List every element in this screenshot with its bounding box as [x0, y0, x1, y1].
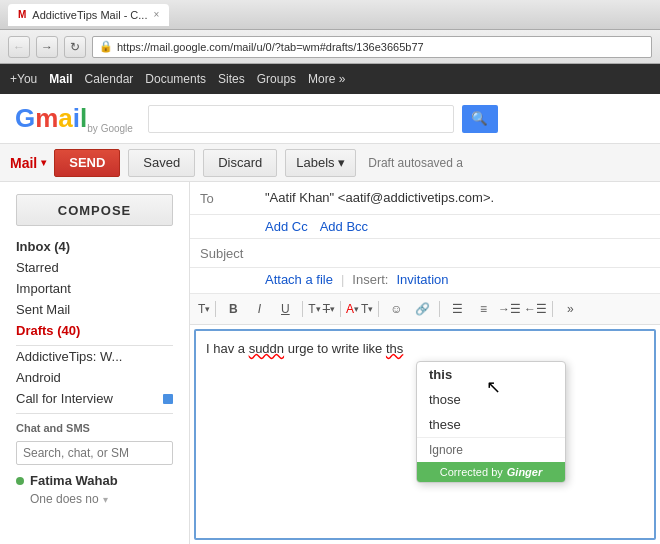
topbar-groups[interactable]: Groups: [257, 72, 296, 86]
chat-user-fatima[interactable]: Fatima Wahab: [0, 469, 189, 492]
to-value[interactable]: "Aatif Khan" <aatif@addictivetips.com>.: [265, 190, 650, 205]
search-button[interactable]: 🔍: [462, 105, 498, 133]
sidebar-sent-label: Sent Mail: [16, 302, 70, 317]
subject-input[interactable]: [265, 246, 650, 261]
email-body[interactable]: I hav a suddn urge to write like ths thi…: [194, 329, 656, 540]
browser-toolbar: ← → ↻ 🔒 https://mail.google.com/mail/u/0…: [0, 30, 660, 64]
underline-button[interactable]: U: [273, 298, 297, 320]
bold-button[interactable]: B: [221, 298, 245, 320]
strikethrough-dropdown[interactable]: T▾: [323, 302, 335, 316]
compose-area: To "Aatif Khan" <aatif@addictivetips.com…: [190, 182, 660, 544]
saved-button[interactable]: Saved: [128, 149, 195, 177]
url-text: https://mail.google.com/mail/u/0/?tab=wm…: [117, 41, 424, 53]
ol-button[interactable]: ☰: [445, 298, 469, 320]
sidebar-item-sent[interactable]: Sent Mail: [0, 299, 189, 320]
action-bar: Mail ▾ SEND Saved Discard Labels ▾ Draft…: [0, 144, 660, 182]
topbar-mail[interactable]: Mail: [49, 72, 72, 86]
font-size-dropdown[interactable]: T▾: [308, 302, 320, 316]
forward-button[interactable]: →: [36, 36, 58, 58]
fmt-sep-5: [439, 301, 440, 317]
search-input[interactable]: [148, 105, 454, 133]
topbar-documents[interactable]: Documents: [145, 72, 206, 86]
attach-file-link[interactable]: Attach a file: [265, 272, 333, 287]
send-button[interactable]: SEND: [54, 149, 120, 177]
gmail-header: Gmail by Google 🔍: [0, 94, 660, 144]
compose-button[interactable]: COMPOSE: [16, 194, 173, 226]
sidebar-item-important[interactable]: Important: [0, 278, 189, 299]
add-cc-link[interactable]: Add Cc: [265, 219, 308, 234]
back-button[interactable]: ←: [8, 36, 30, 58]
gmail-favicon: M: [18, 9, 26, 20]
gmail-area: Gmail by Google 🔍 Mail ▾ SEND Saved Disc…: [0, 94, 660, 544]
labels-button[interactable]: Labels ▾: [285, 149, 356, 177]
chat-message-text: One does no: [30, 492, 99, 506]
browser-tab[interactable]: M AddictiveTips Mail - C... ×: [8, 4, 169, 26]
sidebar-starred-label: Starred: [16, 260, 59, 275]
suggestion-this[interactable]: this: [417, 362, 565, 387]
attach-separator: |: [341, 272, 344, 287]
chat-user-name: Fatima Wahab: [30, 473, 118, 488]
chat-search-input[interactable]: [16, 441, 173, 465]
italic-button[interactable]: I: [247, 298, 271, 320]
call-indicator: [163, 394, 173, 404]
gmail-logo: Gmail by Google: [15, 103, 133, 134]
address-bar[interactable]: 🔒 https://mail.google.com/mail/u/0/?tab=…: [92, 36, 652, 58]
chat-status-online: [16, 477, 24, 485]
link-button[interactable]: 🔗: [410, 298, 434, 320]
ul-button[interactable]: ≡: [471, 298, 495, 320]
sidebar-additivetips-label: AddictiveTips: W...: [16, 349, 122, 364]
ignore-button[interactable]: Ignore: [417, 437, 565, 462]
corrected-by-label: Corrected by: [440, 466, 503, 478]
outdent-button[interactable]: ←☰: [523, 298, 547, 320]
text-color-dropdown[interactable]: A▾: [346, 302, 359, 316]
topbar-calendar[interactable]: Calendar: [85, 72, 134, 86]
refresh-button[interactable]: ↻: [64, 36, 86, 58]
bg-color-dropdown[interactable]: T▾: [361, 302, 373, 316]
add-bcc-link[interactable]: Add Bcc: [320, 219, 368, 234]
fmt-sep-3: [340, 301, 341, 317]
subject-field: Subject: [190, 239, 660, 268]
emoji-button[interactable]: ☺: [384, 298, 408, 320]
sidebar-item-drafts[interactable]: Drafts (40): [0, 320, 189, 341]
fmt-sep-2: [302, 301, 303, 317]
sidebar-important-label: Important: [16, 281, 71, 296]
font-family-dropdown[interactable]: T▾: [198, 302, 210, 316]
sidebar-item-inbox[interactable]: Inbox (4): [0, 236, 189, 257]
sidebar-item-additivetips[interactable]: AddictiveTips: W...: [0, 346, 189, 367]
topbar-more[interactable]: More »: [308, 72, 345, 86]
suggestion-those[interactable]: those: [417, 387, 565, 412]
suggestion-these[interactable]: these: [417, 412, 565, 437]
main-content: COMPOSE Inbox (4) Starred Important Sent…: [0, 182, 660, 544]
topbar-plus-you[interactable]: +You: [10, 72, 37, 86]
invitation-link[interactable]: Invitation: [396, 272, 448, 287]
mail-dropdown-arrow: ▾: [41, 157, 46, 168]
tab-close-button[interactable]: ×: [153, 9, 159, 20]
topbar-sites[interactable]: Sites: [218, 72, 245, 86]
spell-error-suddn: suddn: [249, 341, 284, 356]
sidebar-item-android[interactable]: Android: [0, 367, 189, 388]
sidebar-android-label: Android: [16, 370, 61, 385]
ginger-brand: Ginger: [507, 466, 542, 478]
fmt-sep-1: [215, 301, 216, 317]
search-bar: 🔍: [148, 105, 498, 133]
chat-message-row[interactable]: One does no ▾: [0, 492, 189, 510]
chat-dropdown-arrow: ▾: [103, 494, 108, 505]
indent-button[interactable]: →☰: [497, 298, 521, 320]
sidebar-item-call[interactable]: Call for Interview: [0, 388, 189, 409]
google-topbar: +You Mail Calendar Documents Sites Group…: [0, 64, 660, 94]
sidebar-drafts-label: Drafts (40): [16, 323, 80, 338]
mail-label: Mail: [10, 155, 37, 171]
sidebar-item-starred[interactable]: Starred: [0, 257, 189, 278]
insert-label: Insert:: [352, 272, 388, 287]
fmt-sep-6: [552, 301, 553, 317]
cc-bcc-links: Add Cc Add Bcc: [190, 215, 660, 239]
to-label: To: [200, 190, 255, 206]
ginger-footer: Corrected by Ginger: [417, 462, 565, 482]
more-fmt-button[interactable]: »: [558, 298, 582, 320]
mail-dropdown[interactable]: Mail ▾: [10, 155, 46, 171]
to-field: To "Aatif Khan" <aatif@addictivetips.com…: [190, 182, 660, 215]
discard-button[interactable]: Discard: [203, 149, 277, 177]
draft-status: Draft autosaved a: [368, 156, 463, 170]
ssl-lock-icon: 🔒: [99, 40, 113, 53]
chat-section-title: Chat and SMS: [0, 414, 189, 437]
